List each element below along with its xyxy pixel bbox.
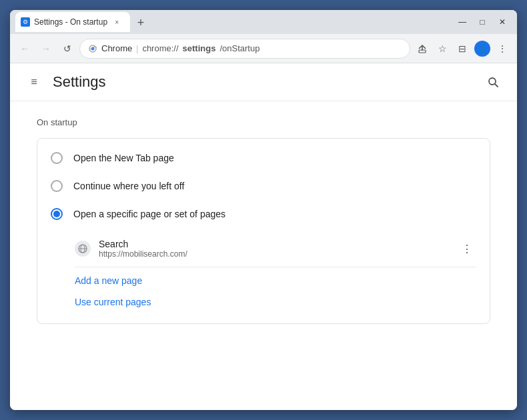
bookmark-button[interactable]: ☆ [433,39,452,58]
site-info: Search https://mobilisearch.com/ [99,239,450,259]
site-favicon [75,241,91,257]
svg-line-8 [495,84,498,87]
profile-button[interactable]: 👤 [473,39,492,58]
back-button[interactable]: ← [15,39,34,58]
title-bar: ⚙ Settings - On startup × + — □ ✕ [10,10,517,34]
radio-continue [51,180,63,192]
site-name: Search [99,239,450,249]
extensions-button[interactable]: ⊟ [453,39,472,58]
settings-content: PC rk.com On startup Open the New Tab pa… [10,101,517,340]
forward-button[interactable]: → [37,39,55,58]
page-title: Settings [53,73,106,91]
option-new-tab-label: Open the New Tab page [73,153,174,163]
maximize-button[interactable]: □ [473,13,492,31]
content-area: ≡ Settings PC rk.com On startup [10,63,517,410]
site-menu-button[interactable]: ⋮ [458,239,476,258]
tab-close-button[interactable]: × [111,17,122,27]
divider [75,267,476,267]
radio-new-tab [51,152,63,164]
option-continue-label: Continue where you left off [73,181,184,191]
chrome-label: Chrome [101,43,132,53]
option-specific-label: Open a specific page or set of pages [73,209,225,219]
active-tab[interactable]: ⚙ Settings - On startup × [15,12,130,32]
settings-search-button[interactable] [482,71,504,93]
settings-header: ≡ Settings [10,63,517,101]
address-scheme: chrome:// [142,43,178,53]
radio-specific [51,208,63,220]
address-endpoint: /onStartup [219,43,259,53]
use-current-pages-link[interactable]: Use current pages [75,291,151,313]
tab-title: Settings - On startup [34,17,107,27]
more-menu-button[interactable]: ⋮ [493,39,512,58]
address-bar[interactable]: Chrome | chrome://settings/onStartup [79,39,410,59]
toolbar-icons: ☆ ⊟ 👤 ⋮ [413,39,512,58]
svg-rect-6 [419,50,426,53]
tab-strip: ⚙ Settings - On startup × + [15,12,450,32]
site-entry: Search https://mobilisearch.com/ ⋮ [75,233,476,264]
chrome-logo-icon [88,44,97,53]
close-button[interactable]: ✕ [493,13,512,31]
address-separator: | [136,44,138,53]
startup-options-card: Open the New Tab page Continue where you… [37,138,490,324]
minimize-button[interactable]: — [453,13,472,31]
option-new-tab[interactable]: Open the New Tab page [37,144,490,172]
new-tab-button[interactable]: + [131,13,150,32]
address-path: settings [183,43,216,53]
share-button[interactable] [413,39,432,58]
option-continue[interactable]: Continue where you left off [37,172,490,200]
address-bar-row: ← → ↺ Chrome | chrome://settings/onStart… [10,34,517,63]
add-new-page-link[interactable]: Add a new page [75,270,142,291]
section-label: On startup [37,117,490,127]
sidebar-menu-button[interactable]: ≡ [23,71,45,93]
refresh-button[interactable]: ↺ [58,39,77,58]
tab-favicon: ⚙ [21,17,30,27]
profile-avatar: 👤 [474,41,490,57]
window-controls: — □ ✕ [453,13,512,31]
specific-pages-subsection: Search https://mobilisearch.com/ ⋮ Add a… [37,228,490,318]
site-url: https://mobilisearch.com/ [99,249,450,259]
browser-window: ⚙ Settings - On startup × + — □ ✕ ← → ↺ [10,10,517,410]
option-specific[interactable]: Open a specific page or set of pages [37,200,490,228]
